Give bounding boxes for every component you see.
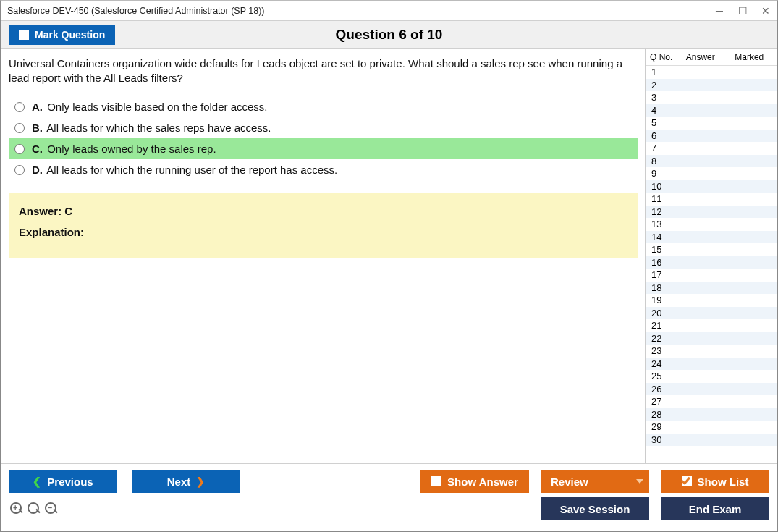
previous-button[interactable]: ❮ Previous <box>9 470 117 493</box>
previous-label: Previous <box>47 476 93 488</box>
qno-cell: 29 <box>648 421 670 432</box>
question-list-row[interactable]: 19 <box>646 294 777 307</box>
radio-icon <box>14 123 25 133</box>
question-list-row[interactable]: 17 <box>646 269 777 282</box>
question-list-row[interactable]: 20 <box>646 307 777 320</box>
question-list-row[interactable]: 5 <box>646 117 777 130</box>
question-list-row[interactable]: 13 <box>646 218 777 231</box>
show-list-label: Show List <box>698 476 749 488</box>
question-list-row[interactable]: 11 <box>646 193 777 206</box>
question-list-row[interactable]: 8 <box>646 155 777 168</box>
qno-cell: 17 <box>648 269 670 280</box>
footer: ❮ Previous Next ❯ Show Answer Review <box>1 463 777 531</box>
qno-cell: 8 <box>648 156 670 166</box>
option-row[interactable]: A. Only leads visible based on the folde… <box>9 96 638 117</box>
next-label: Next <box>167 476 191 488</box>
question-list-row[interactable]: 4 <box>646 104 777 117</box>
minimize-icon[interactable]: ─ <box>714 5 724 17</box>
qno-cell: 23 <box>648 345 670 356</box>
app-window: Salesforce DEV-450 (Salesforce Certified… <box>0 0 778 532</box>
checkbox-checked-icon <box>682 476 692 486</box>
next-button[interactable]: Next ❯ <box>132 470 240 493</box>
header-qno: Q No. <box>648 52 676 62</box>
qno-cell: 28 <box>648 409 670 420</box>
qno-cell: 2 <box>648 80 670 90</box>
show-answer-button[interactable]: Show Answer <box>420 470 529 493</box>
question-list-row[interactable]: 24 <box>646 358 777 371</box>
zoom-out-icon[interactable]: – <box>45 502 58 515</box>
option-row[interactable]: C. Only leads owned by the sales rep. <box>9 138 638 159</box>
question-list-row[interactable]: 21 <box>646 319 777 332</box>
mark-question-label: Mark Question <box>35 29 105 41</box>
qno-cell: 25 <box>648 371 670 381</box>
qno-cell: 30 <box>648 434 670 445</box>
qno-cell: 18 <box>648 282 670 293</box>
question-list-row[interactable]: 30 <box>646 434 777 447</box>
option-row[interactable]: D. All leads for which the running user … <box>9 159 638 180</box>
qno-cell: 24 <box>648 358 670 369</box>
qno-cell: 9 <box>648 168 670 179</box>
option-label: A. Only leads visible based on the folde… <box>32 101 268 113</box>
question-list-row[interactable]: 25 <box>646 370 777 383</box>
qno-cell: 11 <box>648 193 670 204</box>
radio-icon <box>14 165 25 175</box>
show-list-button[interactable]: Show List <box>661 470 769 493</box>
answer-block: Answer: C Explanation: <box>9 193 638 258</box>
question-list-row[interactable]: 9 <box>646 167 777 180</box>
question-list-row[interactable]: 1 <box>646 66 777 79</box>
qno-cell: 7 <box>648 143 670 153</box>
end-exam-label: End Exam <box>689 503 742 515</box>
zoom-in-icon[interactable]: + <box>10 502 23 515</box>
title-bar: Salesforce DEV-450 (Salesforce Certified… <box>1 1 777 20</box>
chevron-right-icon: ❯ <box>196 476 205 487</box>
maximize-icon[interactable]: ☐ <box>737 5 748 17</box>
qno-cell: 10 <box>648 181 670 192</box>
question-list-row[interactable]: 10 <box>646 180 777 193</box>
question-list-row[interactable]: 28 <box>646 408 777 421</box>
question-list-row[interactable]: 26 <box>646 383 777 396</box>
qno-cell: 4 <box>648 105 670 116</box>
close-icon[interactable]: ✕ <box>761 5 771 17</box>
mark-question-button[interactable]: Mark Question <box>9 25 115 45</box>
zoom-reset-icon[interactable] <box>28 502 41 515</box>
question-list-row[interactable]: 2 <box>646 79 777 92</box>
question-list[interactable]: 1234567891011121314151617181920212223242… <box>646 65 777 463</box>
qno-cell: 21 <box>648 320 670 331</box>
qno-cell: 12 <box>648 206 670 217</box>
qno-cell: 16 <box>648 257 670 268</box>
chevron-left-icon: ❮ <box>33 476 41 487</box>
question-list-row[interactable]: 27 <box>646 395 777 408</box>
header-answer: Answer <box>676 52 725 62</box>
qno-cell: 3 <box>648 92 670 103</box>
triangle-down-icon <box>636 479 643 484</box>
question-list-row[interactable]: 3 <box>646 91 777 104</box>
qno-cell: 27 <box>648 396 670 407</box>
question-list-row[interactable]: 15 <box>646 243 777 256</box>
question-panel: Q No. Answer Marked 12345678910111213141… <box>645 49 777 463</box>
toolbar: Mark Question Question 6 of 10 <box>1 20 777 49</box>
question-list-row[interactable]: 22 <box>646 332 777 345</box>
qno-cell: 14 <box>648 232 670 242</box>
question-list-row[interactable]: 18 <box>646 282 777 295</box>
question-list-row[interactable]: 16 <box>646 256 777 269</box>
question-list-row[interactable]: 12 <box>646 206 777 219</box>
save-session-label: Save Session <box>560 503 630 515</box>
header-marked: Marked <box>725 52 774 62</box>
qno-cell: 15 <box>648 244 670 255</box>
zoom-controls: + – <box>9 502 58 515</box>
question-list-row[interactable]: 7 <box>646 142 777 155</box>
option-row[interactable]: B. All leads for which the sales reps ha… <box>9 117 638 138</box>
question-list-row[interactable]: 14 <box>646 231 777 244</box>
review-button[interactable]: Review <box>541 470 649 493</box>
end-exam-button[interactable]: End Exam <box>661 497 769 520</box>
question-list-row[interactable]: 23 <box>646 345 777 358</box>
answer-line: Answer: C <box>19 205 627 217</box>
show-answer-label: Show Answer <box>447 476 518 488</box>
question-list-row[interactable]: 6 <box>646 130 777 143</box>
save-session-button[interactable]: Save Session <box>541 497 649 520</box>
panel-header: Q No. Answer Marked <box>646 49 777 65</box>
option-label: C. Only leads owned by the sales rep. <box>32 143 216 155</box>
checkbox-icon <box>19 30 29 40</box>
explanation-label: Explanation: <box>19 226 627 238</box>
question-list-row[interactable]: 29 <box>646 421 777 434</box>
